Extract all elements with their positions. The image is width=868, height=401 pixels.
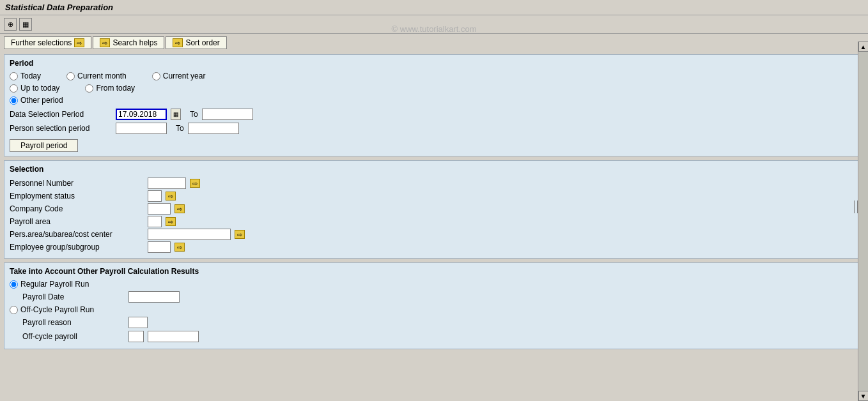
tab-sort-order[interactable]: ⇨ Sort order — [166, 36, 226, 49]
payroll-area-arrow-btn[interactable]: ⇨ — [166, 217, 176, 226]
current-year-radio[interactable] — [152, 72, 160, 80]
period-section: Period Today Current month Current year … — [4, 54, 864, 156]
from-today-option: From today — [85, 84, 135, 93]
today-radio[interactable] — [10, 72, 18, 80]
data-selection-label: Data Selection Period — [10, 110, 112, 119]
employee-group-row: Employee group/subgroup ⇨ — [10, 241, 858, 253]
further-selections-arrow-icon: ⇨ — [74, 38, 84, 47]
from-today-radio[interactable] — [85, 84, 93, 93]
other-period-option: Other period — [10, 96, 858, 105]
payroll-area-label: Payroll area — [10, 217, 144, 226]
employment-status-row: Employment status ⇨ — [10, 190, 858, 202]
off-cycle-payroll-radio[interactable] — [10, 306, 18, 314]
period-options-row1: Today Current month Current year — [10, 72, 858, 82]
person-selection-to-input[interactable] — [188, 123, 239, 134]
regular-payroll-run-option: Regular Payroll Run — [10, 280, 858, 289]
current-month-option: Current month — [66, 72, 127, 80]
payroll-date-row: Payroll Date — [22, 291, 858, 303]
pers-area-row: Pers.area/subarea/cost center ⇨ — [10, 229, 858, 240]
tabs-bar: Further selections ⇨ ⇨ Search helps ⇨ So… — [0, 34, 868, 52]
from-today-label: From today — [96, 84, 135, 93]
personnel-number-label: Personnel Number — [10, 179, 144, 188]
pers-area-arrow-btn[interactable]: ⇨ — [235, 230, 245, 239]
off-cycle-payroll-label: Off-cycle payroll — [22, 332, 125, 341]
pers-area-label: Pers.area/subarea/cost center — [10, 230, 144, 239]
payroll-area-input[interactable] — [148, 216, 162, 227]
grid-icon[interactable]: ▦ — [19, 18, 32, 31]
sort-order-label: Sort order — [185, 38, 219, 47]
payroll-area-row: Payroll area ⇨ — [10, 216, 858, 227]
data-selection-period-row: Data Selection Period ▦ To — [10, 109, 858, 120]
employee-group-label: Employee group/subgroup — [10, 243, 144, 252]
off-cycle-payroll-input2[interactable] — [148, 331, 199, 342]
scrollbar-right: ▲ ▼ — [858, 42, 868, 401]
data-selection-calendar-btn[interactable]: ▦ — [171, 109, 181, 120]
current-month-label: Current month — [77, 72, 127, 80]
off-cycle-payroll-input1[interactable] — [128, 331, 144, 342]
today-option: Today — [10, 72, 41, 80]
app-title: Statistical Data Preparation — [5, 3, 113, 12]
selection-section: Selection Personnel Number ⇨ Employment … — [4, 160, 864, 259]
payroll-reason-input[interactable] — [128, 317, 148, 328]
payroll-date-input[interactable] — [128, 291, 180, 303]
payroll-reason-label: Payroll reason — [22, 318, 125, 327]
payroll-date-label: Payroll Date — [22, 292, 125, 301]
payroll-reason-row: Payroll reason — [22, 317, 858, 328]
personnel-number-row: Personnel Number ⇨ — [10, 178, 858, 189]
company-code-label: Company Code — [10, 204, 144, 213]
selection-section-title: Selection — [10, 165, 858, 174]
up-to-today-option: Up to today — [10, 84, 59, 93]
pers-area-input[interactable] — [148, 229, 231, 240]
period-section-title: Period — [10, 59, 858, 68]
up-to-today-radio[interactable] — [10, 84, 18, 93]
scroll-down-button[interactable]: ▼ — [858, 391, 869, 401]
other-period-label: Other period — [20, 96, 63, 105]
company-code-row: Company Code ⇨ — [10, 203, 858, 215]
scroll-thumb[interactable] — [859, 52, 868, 391]
person-selection-label: Person selection period — [10, 124, 112, 133]
tab-search-helps[interactable]: ⇨ Search helps — [93, 36, 164, 49]
further-selections-label: Further selections — [11, 38, 72, 47]
employee-group-arrow-btn[interactable]: ⇨ — [174, 243, 185, 252]
main-content: Period Today Current month Current year … — [0, 52, 868, 395]
sort-order-arrow-icon: ⇨ — [173, 38, 183, 47]
regular-payroll-radio[interactable] — [10, 280, 18, 289]
resize-handle[interactable] — [854, 200, 858, 213]
payroll-period-label: Payroll period — [20, 141, 67, 150]
period-options-row2: Up to today From today — [10, 84, 858, 94]
company-code-input[interactable] — [148, 203, 171, 215]
off-cycle-payroll-field-row: Off-cycle payroll — [22, 331, 858, 342]
employment-status-arrow-btn[interactable]: ⇨ — [166, 192, 176, 200]
data-selection-to-input[interactable] — [202, 109, 253, 120]
clock-icon[interactable]: ⊕ — [4, 18, 17, 31]
tab-further-selections[interactable]: Further selections ⇨ — [4, 36, 91, 49]
up-to-today-label: Up to today — [20, 84, 59, 93]
off-cycle-payroll-label: Off-Cycle Payroll Run — [20, 305, 94, 314]
person-selection-from-input[interactable] — [116, 123, 167, 134]
data-selection-from-input[interactable] — [116, 109, 167, 120]
person-selection-period-row: Person selection period To — [10, 123, 858, 134]
payroll-calc-title: Take into Account Other Payroll Calculat… — [10, 267, 858, 276]
current-month-radio[interactable] — [66, 72, 75, 80]
company-code-arrow-btn[interactable]: ⇨ — [174, 204, 185, 213]
person-selection-to-label: To — [176, 124, 184, 133]
scroll-up-button[interactable]: ▲ — [858, 42, 869, 52]
current-year-label: Current year — [163, 72, 206, 80]
personnel-number-arrow-btn[interactable]: ⇨ — [190, 179, 200, 188]
personnel-number-input[interactable] — [148, 178, 186, 189]
off-cycle-payroll-run-option: Off-Cycle Payroll Run — [10, 305, 858, 314]
current-year-option: Current year — [152, 72, 206, 80]
employee-group-input[interactable] — [148, 241, 171, 253]
search-helps-label: Search helps — [112, 38, 157, 47]
employment-status-input[interactable] — [148, 190, 162, 202]
title-bar: Statistical Data Preparation — [0, 0, 868, 15]
regular-payroll-label: Regular Payroll Run — [20, 280, 89, 289]
search-helps-arrow-icon: ⇨ — [100, 38, 110, 47]
data-selection-to-label: To — [190, 110, 198, 119]
employment-status-label: Employment status — [10, 192, 144, 200]
toolbar: ⊕ ▦ — [0, 15, 868, 34]
other-period-radio[interactable] — [10, 96, 18, 105]
payroll-calc-section: Take into Account Other Payroll Calculat… — [4, 262, 864, 349]
payroll-period-button[interactable]: Payroll period — [10, 139, 78, 152]
today-label: Today — [20, 72, 41, 80]
